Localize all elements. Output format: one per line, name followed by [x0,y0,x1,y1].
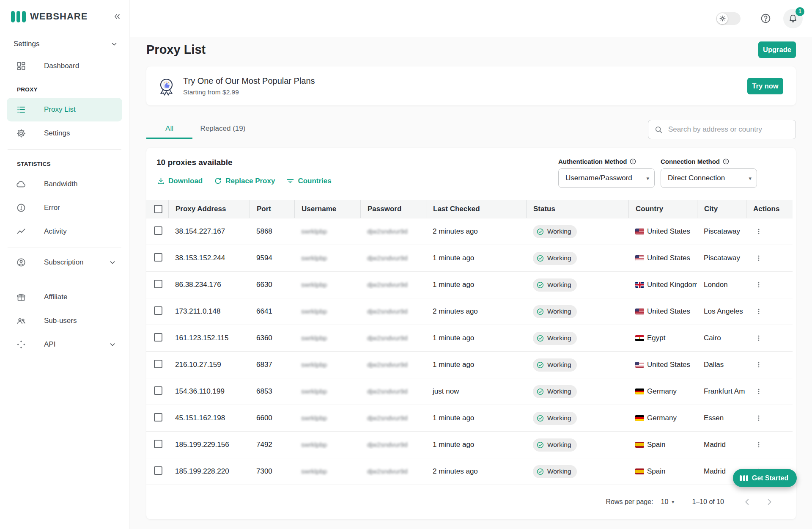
row-checkbox[interactable] [154,306,162,315]
proxy-port: 6630 [250,281,294,289]
proxy-username-redacted: swrklpbp [301,308,327,315]
column-header[interactable]: Proxy Address [168,200,250,218]
people-icon [16,316,26,326]
row-checkbox[interactable] [154,466,162,475]
proxy-address: 45.151.162.198 [168,414,250,422]
status-badge: Working [533,332,577,345]
tab-all[interactable]: All [146,119,192,139]
sidebar-item-dashboard[interactable]: Dashboard [7,54,122,78]
sidebar-item-proxy-list[interactable]: Proxy List [7,98,122,121]
auth-method-select[interactable]: Username/Password ▾ [558,168,655,188]
gift-icon [16,292,26,302]
theme-toggle[interactable] [716,12,741,25]
get-started-button[interactable]: Get Started [733,469,797,487]
row-actions-button[interactable] [753,306,765,317]
dashboard-icon [16,61,26,71]
proxy-port: 5868 [250,227,294,236]
row-checkbox[interactable] [154,440,162,448]
sidebar-item-activity[interactable]: Activity [7,220,122,243]
status-badge: Working [533,385,577,398]
notifications-button[interactable]: 1 [783,9,803,28]
row-checkbox[interactable] [154,280,162,288]
sidebar-item-sub-users[interactable]: Sub-users [7,309,122,333]
status-badge: Working [533,358,577,372]
help-button[interactable] [760,13,771,24]
row-actions-button[interactable] [753,386,765,397]
row-checkbox[interactable] [154,386,162,395]
last-checked: 2 minutes ago [426,467,526,476]
row-checkbox[interactable] [154,253,162,262]
city-name: Frankfurt Am Main [697,387,746,396]
chevron-down-icon [109,259,116,266]
sidebar-item-affiliate[interactable]: Affiliate [7,285,122,309]
row-checkbox[interactable] [154,333,162,342]
column-header[interactable]: Status [526,200,628,218]
column-header[interactable]: Country [628,200,697,218]
city-name: Cairo [697,334,746,342]
row-actions-button[interactable] [753,252,765,264]
rows-per-page-select[interactable]: 10 ▾ [661,498,675,506]
next-page-button[interactable] [765,497,774,507]
try-now-button[interactable]: Try now [747,78,783,94]
connection-method-select[interactable]: Direct Connection ▾ [661,168,757,188]
column-header[interactable]: Last Checked [426,200,526,218]
tab-replaced[interactable]: Replaced (19) [192,119,253,139]
country-name: United States [647,254,690,262]
country-name: United States [647,227,690,236]
proxy-password-redacted: djw2sndvur9d [367,281,408,288]
sidebar-item-subscription[interactable]: Subscription [7,251,122,274]
city-name: Los Angeles [697,307,746,316]
row-actions-button[interactable] [753,359,765,371]
sidebar-account-selector[interactable]: Settings [0,36,129,52]
sidebar-item-error[interactable]: Error [7,196,122,220]
info-icon[interactable] [629,158,636,165]
column-header[interactable]: Password [360,200,426,218]
info-icon[interactable] [722,158,730,165]
table-header: Proxy Address Port Username Password Las… [146,200,793,218]
proxy-address: 173.211.0.148 [168,307,250,316]
column-header[interactable]: City [697,200,746,218]
rows-per-page-label: Rows per page: [606,498,653,506]
countries-filter-button[interactable]: Countries [286,176,331,185]
country-name: United Kingdom [647,281,697,289]
row-actions-button[interactable] [753,226,765,237]
kebab-menu-icon [754,254,763,262]
account-circle-icon [16,257,26,267]
api-icon [16,339,26,350]
sidebar-item-settings[interactable]: Settings [7,121,122,145]
sidebar-item-bandwidth[interactable]: Bandwidth [7,172,122,196]
column-header[interactable]: Username [294,200,360,218]
status-label: Working [547,441,571,449]
chevron-down-icon [109,341,116,348]
row-actions-button[interactable] [753,412,765,424]
proxy-port: 6600 [250,414,294,422]
proxies-available-count: 10 proxies available [156,158,332,167]
country-flag-icon [635,415,644,421]
row-actions-button[interactable] [753,439,765,451]
row-checkbox[interactable] [154,360,162,368]
page-title: Proxy List [146,43,206,57]
row-checkbox[interactable] [154,413,162,422]
select-all-checkbox[interactable] [154,205,162,213]
column-header: Actions [746,200,793,218]
row-actions-button[interactable] [753,279,765,291]
sidebar-collapse-button[interactable] [113,12,121,21]
proxy-username-redacted: swrklpbp [301,254,327,262]
column-header[interactable]: Port [250,200,294,218]
row-checkbox[interactable] [154,226,162,235]
city-name: Piscataway [697,227,746,236]
kebab-menu-icon [754,227,763,236]
previous-page-button[interactable] [743,497,752,507]
upgrade-button[interactable]: Upgrade [758,41,796,58]
search-input[interactable] [668,125,790,134]
country-name: Spain [647,467,665,476]
table-row: 38.154.227.167 5868 swrklpbp djw2sndvur9… [146,218,793,245]
proxy-password-redacted: djw2sndvur9d [367,441,408,448]
row-actions-button[interactable] [753,332,765,344]
download-button[interactable]: Download [156,176,203,185]
country-flag-icon [635,255,644,261]
sidebar-divider [8,149,121,150]
sidebar-item-api[interactable]: API [7,333,122,356]
promo-banner: Try One of Our Most Popular Plans Starti… [146,66,796,105]
replace-proxy-button[interactable]: Replace Proxy [214,176,275,185]
